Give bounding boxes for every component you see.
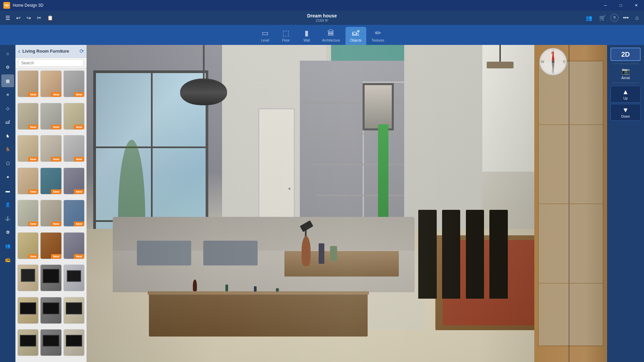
more-button[interactable]: ••• xyxy=(621,13,631,22)
tab-wall-label: Wall xyxy=(304,39,310,42)
vi-group[interactable]: 👥 xyxy=(1,239,14,252)
new-badge: New xyxy=(74,222,84,226)
vi-bars[interactable]: ▬ xyxy=(1,184,14,197)
furniture-item[interactable]: New xyxy=(17,103,39,130)
furniture-item[interactable]: New xyxy=(63,168,85,194)
furniture-item[interactable]: New xyxy=(63,232,85,259)
furniture-item[interactable] xyxy=(63,264,85,291)
vi-person[interactable]: 👤 xyxy=(1,198,14,211)
vi-flower[interactable]: ✿ xyxy=(1,226,14,238)
furniture-item[interactable]: New xyxy=(40,200,61,227)
furniture-item[interactable]: New xyxy=(40,135,61,162)
maximize-button[interactable]: □ xyxy=(613,0,629,11)
furniture-item[interactable]: New xyxy=(17,135,39,162)
window-horizontal-frame-1 xyxy=(96,146,206,148)
vi-anchor[interactable]: ⚓ xyxy=(1,212,14,225)
btn-down[interactable]: ▼ Down xyxy=(610,104,641,121)
vi-couch[interactable]: 🛋 xyxy=(1,116,14,128)
btn-aerial[interactable]: 📷 Aerial xyxy=(610,67,641,80)
vi-home[interactable]: ⌂ xyxy=(1,47,14,60)
tab-architecture[interactable]: 🏛 Architecture xyxy=(317,27,344,45)
furniture-item[interactable] xyxy=(40,264,61,291)
toolbar-right: 👥 🛒 ? ••• ⌂ xyxy=(584,13,641,22)
furniture-item[interactable]: New xyxy=(63,135,85,162)
furniture-item[interactable]: New xyxy=(63,200,85,227)
new-badge: New xyxy=(51,222,61,226)
furniture-item[interactable] xyxy=(40,329,61,356)
tab-objects[interactable]: 🛋 Objects xyxy=(345,27,366,45)
tab-level[interactable]: ▭ Level xyxy=(255,27,275,45)
vi-tools[interactable]: ⚙ xyxy=(1,61,14,73)
paste-button[interactable]: 📋 xyxy=(45,14,55,22)
coffee-table xyxy=(149,292,368,337)
right-panel: 2D 📷 Aerial ▲ Up ▼ Down xyxy=(607,45,644,362)
wall-artwork xyxy=(363,83,394,131)
up-arrow-icon: ▲ xyxy=(622,88,629,96)
furniture-item[interactable]: New xyxy=(40,168,61,194)
vi-chair[interactable]: 🪑 xyxy=(1,143,14,156)
furniture-item[interactable] xyxy=(17,264,39,291)
search-input[interactable] xyxy=(18,59,84,67)
furniture-item[interactable] xyxy=(17,329,39,356)
vi-furniture[interactable]: ▦ xyxy=(1,74,14,87)
furniture-item[interactable]: New xyxy=(40,232,61,259)
new-badge: New xyxy=(28,157,39,162)
panel-back-button[interactable]: ‹ xyxy=(18,47,20,55)
textures-icon: ✏ xyxy=(375,29,381,38)
furniture-item[interactable]: New xyxy=(40,103,61,130)
wall-icon: ▮ xyxy=(305,29,309,38)
tab-wall[interactable]: ▮ Wall xyxy=(297,27,317,45)
vi-radio[interactable]: 📻 xyxy=(1,253,14,266)
floor-icon: ⬚ xyxy=(282,29,289,38)
project-size: 2169 ft² xyxy=(307,18,337,22)
furniture-item[interactable]: New xyxy=(63,103,85,130)
furniture-item[interactable]: New xyxy=(63,70,85,97)
svg-point-8 xyxy=(552,60,554,63)
furniture-item[interactable]: New xyxy=(40,70,61,97)
panel-title: Living Room Furniture xyxy=(22,49,77,54)
main-viewport[interactable]: E W N S xyxy=(87,45,607,362)
new-badge: New xyxy=(28,189,39,194)
redo-button[interactable]: ↪ xyxy=(24,13,33,22)
minimize-button[interactable]: ─ xyxy=(598,0,613,11)
furniture-item[interactable]: New xyxy=(17,168,39,194)
new-badge: New xyxy=(74,92,84,97)
furniture-item[interactable] xyxy=(63,297,85,324)
cut-button[interactable]: ✂ xyxy=(35,13,43,22)
furniture-grid: New New New New New xyxy=(15,68,87,362)
undo-button[interactable]: ↩ xyxy=(14,13,22,22)
furniture-item[interactable] xyxy=(40,297,61,324)
new-badge: New xyxy=(51,157,61,162)
tab-textures[interactable]: ✏ Textures xyxy=(367,27,389,45)
users-button[interactable]: 👥 xyxy=(584,13,594,22)
furniture-item[interactable] xyxy=(17,297,39,324)
furniture-item[interactable]: New xyxy=(17,232,39,259)
main-sofa xyxy=(113,203,415,292)
sofa-pillow-2 xyxy=(203,241,258,265)
btn-up[interactable]: ▲ Up xyxy=(610,86,641,103)
furniture-item[interactable] xyxy=(63,329,85,356)
furniture-item[interactable]: New xyxy=(17,70,39,97)
new-badge: New xyxy=(28,92,39,97)
new-badge: New xyxy=(74,254,84,259)
sofa-pillow-1 xyxy=(137,241,191,265)
door-handle xyxy=(288,188,290,190)
compass: E W N S xyxy=(539,48,568,76)
fullscreen-button[interactable]: ⌂ xyxy=(633,13,641,22)
help-button[interactable]: ? xyxy=(610,14,619,22)
vi-shapes[interactable]: ◇ xyxy=(1,102,14,115)
cart-button[interactable]: 🛒 xyxy=(597,13,608,22)
btn-2d[interactable]: 2D xyxy=(610,48,641,61)
vi-layers[interactable]: ≡ xyxy=(1,88,14,101)
panel-search-button[interactable]: ⟳ xyxy=(79,48,84,54)
menu-button[interactable]: ☰ xyxy=(3,13,12,22)
vi-star[interactable]: ✦ xyxy=(1,171,14,183)
app-title: Home Design 3D xyxy=(13,3,43,8)
vi-frame[interactable]: ⬡ xyxy=(1,157,14,170)
vi-decor[interactable]: ♞ xyxy=(1,129,14,142)
new-badge: New xyxy=(28,222,39,226)
tab-floor[interactable]: ⬚ Floor xyxy=(276,27,296,45)
furniture-item[interactable]: New xyxy=(17,200,39,227)
tab-textures-label: Textures xyxy=(372,39,384,42)
close-button[interactable]: ✕ xyxy=(629,0,644,11)
